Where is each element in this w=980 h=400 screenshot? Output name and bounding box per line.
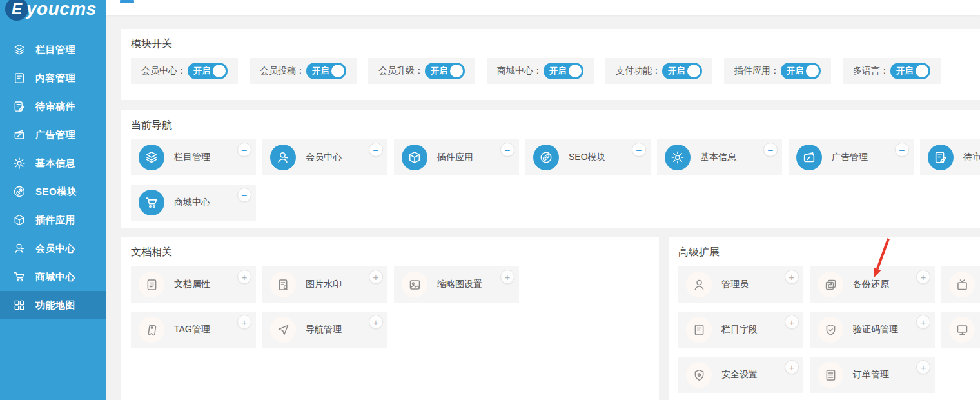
doc-tile-nav-manage[interactable]: 导航管理 +	[262, 312, 387, 348]
add-button[interactable]: +	[369, 270, 383, 284]
sidebar-item-mall-center[interactable]: 商城中心	[0, 263, 106, 291]
nav-tile-seo-module[interactable]: SEO模块 −	[525, 139, 651, 175]
captcha-shield-icon	[818, 317, 843, 343]
gear-icon	[13, 157, 26, 170]
switch-member-upgrade: 会员升级： 开启	[368, 58, 475, 84]
section-title: 文档相关	[131, 246, 649, 258]
column-field-icon	[686, 317, 712, 343]
add-button[interactable]: +	[916, 270, 930, 284]
main-content: 模块开关 会员中心： 开启 会员投稿： 开启 会员升级： 开启 商城中心： 开启…	[106, 0, 980, 400]
sidebar-item-function-map[interactable]: 功能地图	[0, 291, 106, 319]
tag-icon	[139, 317, 164, 343]
brand-logo[interactable]: E youcms	[0, 0, 106, 24]
security-settings-icon	[686, 362, 712, 388]
plugin-cube-icon	[402, 145, 427, 170]
backup-restore-icon	[818, 272, 843, 297]
image-watermark-icon	[270, 272, 296, 297]
advanced-grid: 管理员 + 备份还原 + + 栏目字段	[678, 266, 980, 393]
add-button[interactable]: +	[237, 270, 251, 284]
remove-button[interactable]: −	[763, 143, 778, 157]
add-button[interactable]: +	[916, 315, 930, 329]
sidebar-item-column-manage[interactable]: 栏目管理	[0, 35, 106, 64]
toggle-on[interactable]: 开启	[781, 63, 821, 79]
nav-tile-basic-info[interactable]: 基本信息 −	[657, 139, 782, 175]
add-button[interactable]: +	[237, 315, 251, 329]
toggle-on[interactable]: 开启	[306, 63, 346, 79]
switch-member-post: 会员投稿： 开启	[250, 58, 357, 84]
add-button[interactable]: +	[916, 360, 930, 374]
member-person-icon	[13, 242, 26, 255]
mall-cart-icon	[13, 270, 26, 283]
pending-review-icon	[13, 100, 26, 113]
nav-tile-plugin-app[interactable]: 插件应用 −	[394, 139, 519, 175]
section-title: 模块开关	[131, 38, 980, 50]
remove-button[interactable]: −	[237, 188, 251, 202]
doc-tile-thumbnail[interactable]: 缩略图设置 +	[394, 266, 519, 303]
sidebar-menu: 栏目管理 内容管理 待审稿件 广告管理 基本信息	[0, 35, 106, 319]
toggle-knob	[331, 65, 344, 77]
toggle-on[interactable]: 开启	[544, 63, 583, 79]
doc-tile-tag-manage[interactable]: TAG管理 +	[131, 312, 256, 348]
tv-icon	[949, 272, 975, 297]
monitor-icon	[949, 317, 975, 343]
layers-icon	[139, 145, 164, 170]
adv-tile-admin[interactable]: 管理员 +	[678, 266, 803, 303]
adv-tile-security-settings[interactable]: 安全设置 +	[678, 357, 803, 393]
nav-tile-member-center[interactable]: 会员中心 −	[262, 139, 387, 175]
thumbnail-settings-icon	[402, 272, 427, 297]
adv-tile-order-manage[interactable]: 订单管理 +	[810, 357, 935, 393]
seo-link-icon	[533, 145, 559, 170]
toggle-on[interactable]: 开启	[188, 63, 228, 79]
switch-plugin-app: 插件应用： 开启	[724, 58, 831, 84]
doc-tile-attributes[interactable]: 文档属性 +	[131, 266, 256, 303]
menu-dash-icon[interactable]	[120, 0, 134, 3]
sidebar: E youcms 栏目管理 内容管理 待审稿件 广告管理	[0, 0, 106, 400]
module-switches-card: 模块开关 会员中心： 开启 会员投稿： 开启 会员升级： 开启 商城中心： 开启…	[121, 29, 980, 100]
advanced-extensions-card: 高级扩展 管理员 + 备份还原 + +	[669, 237, 980, 400]
doc-tile-watermark[interactable]: 图片水印 +	[262, 266, 387, 303]
add-button[interactable]: +	[500, 270, 514, 284]
content-doc-icon	[13, 72, 26, 85]
nav-tile-pending-review[interactable]: 待审稿件 −	[920, 139, 980, 175]
add-button[interactable]: +	[785, 360, 799, 374]
toggle-knob	[687, 65, 700, 77]
toggle-on[interactable]: 开启	[662, 63, 702, 79]
switch-multilang: 多语言： 开启	[843, 58, 941, 84]
add-button[interactable]: +	[785, 315, 799, 329]
remove-button[interactable]: −	[500, 143, 514, 157]
ad-icon	[796, 145, 822, 170]
plugin-cube-icon	[13, 214, 26, 226]
top-bar	[106, 0, 980, 15]
remove-button[interactable]: −	[632, 143, 646, 157]
switch-row: 会员中心： 开启 会员投稿： 开启 会员升级： 开启 商城中心： 开启 支付功能…	[131, 58, 980, 84]
nav-tile-column-manage[interactable]: 栏目管理 −	[131, 139, 256, 175]
sidebar-item-content-manage[interactable]: 内容管理	[0, 64, 106, 92]
remove-button[interactable]: −	[895, 143, 909, 157]
sidebar-item-ad-manage[interactable]: 广告管理	[0, 121, 106, 149]
toggle-on[interactable]: 开启	[425, 63, 465, 79]
remove-button[interactable]: −	[237, 143, 251, 157]
nav-tile-ad-manage[interactable]: 广告管理 −	[789, 139, 914, 175]
nav-tile-mall-center[interactable]: 商城中心 −	[131, 185, 256, 221]
adv-tile-partial-monitor[interactable]: +	[941, 312, 980, 348]
adv-tile-captcha-manage[interactable]: 验证码管理 +	[810, 312, 935, 348]
sidebar-item-member-center[interactable]: 会员中心	[0, 234, 106, 263]
admin-person-icon	[686, 272, 712, 297]
ad-icon	[13, 128, 26, 141]
section-title: 当前导航	[131, 119, 980, 131]
add-button[interactable]: +	[369, 315, 383, 329]
adv-tile-partial-tv[interactable]: +	[941, 266, 980, 303]
red-pointer-arrow	[869, 237, 891, 283]
add-button[interactable]: +	[785, 270, 799, 284]
sidebar-item-plugin-app[interactable]: 插件应用	[0, 206, 106, 234]
member-person-icon	[270, 145, 296, 170]
order-manage-icon	[818, 362, 843, 388]
toggle-on[interactable]: 开启	[890, 63, 930, 79]
sidebar-item-seo-module[interactable]: SEO模块	[0, 177, 106, 206]
layers-icon	[13, 43, 26, 56]
sidebar-item-pending-review[interactable]: 待审稿件	[0, 92, 106, 121]
remove-button[interactable]: −	[369, 143, 383, 157]
adv-tile-column-field[interactable]: 栏目字段 +	[678, 312, 803, 348]
seo-link-icon	[13, 185, 26, 198]
sidebar-item-basic-info[interactable]: 基本信息	[0, 149, 106, 177]
